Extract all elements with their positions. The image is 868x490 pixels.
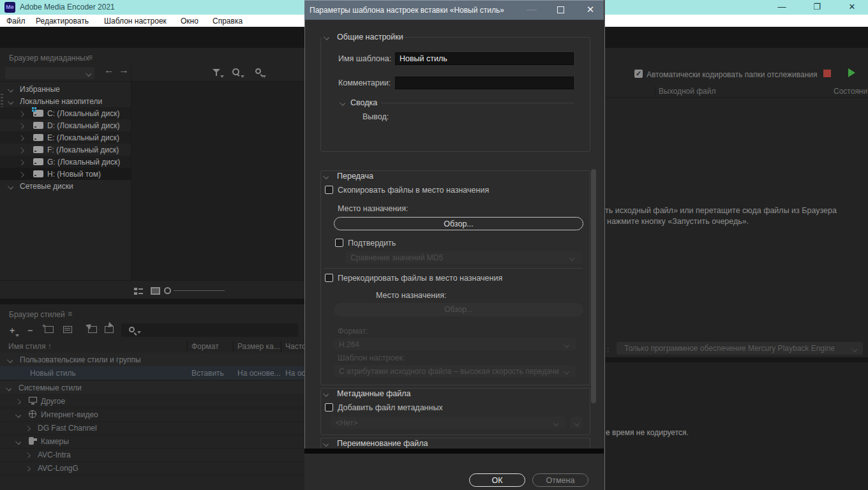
- tree-chevron-icon[interactable]: [19, 111, 24, 115]
- preset-row[interactable]: DG Fast Channel: [0, 421, 304, 434]
- preset-search-field[interactable]: [121, 323, 298, 337]
- thumbnail-view-icon[interactable]: [151, 287, 160, 295]
- row-chevron-icon[interactable]: [16, 399, 20, 403]
- list-view-icon[interactable]: [134, 288, 143, 295]
- summary-header: Сводка: [350, 98, 377, 107]
- menu-1[interactable]: Редактировать: [36, 17, 89, 26]
- preset-column-header[interactable]: Часто: [285, 342, 306, 351]
- verify-checkbox[interactable]: [335, 239, 343, 247]
- verify-label: Подтвердить: [348, 239, 396, 248]
- preset-settings-button[interactable]: [63, 326, 72, 333]
- row-chevron-icon[interactable]: [26, 466, 30, 470]
- dialog-close-button[interactable]: ✕: [578, 0, 603, 20]
- preset-column-header[interactable]: Формат: [191, 342, 219, 351]
- cancel-button[interactable]: Отмена: [532, 473, 588, 487]
- transfer-collapse-icon[interactable]: [324, 174, 328, 178]
- tree-chevron-icon[interactable]: [8, 99, 13, 103]
- preset-row-label: AVC-LongG: [38, 464, 79, 473]
- destination2-label: Место назначения:: [376, 291, 446, 300]
- tree-row[interactable]: Сетевые диски: [0, 180, 131, 192]
- tree-chevron-icon[interactable]: [19, 123, 24, 128]
- tree-row[interactable]: E: (Локальный диск): [0, 131, 131, 144]
- comments-label: Комментарии:: [338, 78, 391, 87]
- back-arrow-icon[interactable]: ←: [104, 64, 114, 76]
- monitor-icon: [29, 397, 37, 403]
- preset-browser-menu-icon[interactable]: ≡: [68, 309, 72, 318]
- copy-files-checkbox[interactable]: [325, 186, 333, 194]
- row-chevron-icon[interactable]: [26, 452, 30, 457]
- comments-input[interactable]: [395, 77, 574, 89]
- preset-row[interactable]: Новый стильВставитьНа основе...На ос: [0, 366, 304, 380]
- media-browser-menu-icon[interactable]: ≡: [88, 53, 93, 62]
- stop-queue-button[interactable]: [823, 70, 831, 77]
- zoom-slider-knob[interactable]: [164, 287, 171, 294]
- ok-button[interactable]: ОК: [469, 473, 525, 487]
- preset-row[interactable]: Системные стили: [0, 381, 304, 394]
- preset-row[interactable]: AVC-LongG: [0, 461, 304, 475]
- preset-search-chevron-icon: [137, 331, 141, 334]
- tree-chevron-icon[interactable]: [8, 87, 13, 91]
- preset-row[interactable]: Камеры: [0, 434, 304, 448]
- row-chevron-icon[interactable]: [8, 357, 12, 362]
- general-collapse-icon[interactable]: [324, 34, 329, 39]
- dialog-minimize-button[interactable]: —: [519, 0, 544, 20]
- tree-row[interactable]: C: (Локальный диск): [0, 107, 131, 119]
- tree-row[interactable]: Избранные: [0, 83, 131, 95]
- menu-2[interactable]: Шаблон настроек: [104, 17, 167, 26]
- drive-icon: [33, 158, 43, 165]
- window-maximize-button[interactable]: ❐: [806, 0, 828, 15]
- tree-row[interactable]: F: (Локальный диск): [0, 144, 131, 156]
- auto-encode-checkbox[interactable]: ✓: [634, 70, 643, 78]
- new-group-button[interactable]: [45, 326, 54, 333]
- renderer-dropdown[interactable]: Только программное обеспечение Mercury P…: [617, 342, 863, 355]
- tree-chevron-icon[interactable]: [8, 184, 13, 188]
- import-preset-button[interactable]: [88, 326, 97, 333]
- search-icon[interactable]: [255, 68, 261, 74]
- add-preset-button[interactable]: +: [10, 325, 15, 336]
- zoom-slider-track: [174, 290, 225, 291]
- remove-preset-button[interactable]: −: [27, 325, 33, 336]
- transfer-header: Передача: [337, 172, 373, 181]
- dialog-scrollbar[interactable]: [591, 169, 596, 403]
- file-type-filter-icon[interactable]: [232, 68, 239, 75]
- menu-3[interactable]: Окно: [181, 17, 198, 26]
- preset-column-header[interactable]: Имя стиля ↑: [8, 342, 52, 351]
- tree-row[interactable]: H: (Новый том): [0, 168, 131, 180]
- rename-collapse-icon[interactable]: [324, 441, 328, 445]
- forward-arrow-icon[interactable]: →: [119, 64, 129, 76]
- tree-row[interactable]: D: (Локальный диск): [0, 119, 131, 131]
- menu-0[interactable]: Файл: [6, 17, 26, 26]
- tree-chevron-icon[interactable]: [19, 172, 24, 176]
- metadata-collapse-icon[interactable]: [324, 391, 328, 396]
- add-metadata-checkbox[interactable]: [325, 403, 333, 412]
- tree-chevron-icon[interactable]: [19, 160, 24, 164]
- row-chevron-icon[interactable]: [16, 439, 20, 443]
- summary-collapse-icon[interactable]: [340, 100, 345, 105]
- browse-button[interactable]: Обзор...: [334, 217, 583, 230]
- window-close-button[interactable]: ✕: [841, 0, 863, 15]
- format-dropdown: H.264: [334, 338, 576, 350]
- preset-row[interactable]: Интернет-видео: [0, 408, 304, 421]
- menu-4[interactable]: Справка: [213, 17, 243, 26]
- transcode-checkbox[interactable]: [325, 274, 333, 282]
- dialog-maximize-button[interactable]: [557, 6, 564, 13]
- row-chevron-icon[interactable]: [26, 426, 30, 430]
- window-minimize-button[interactable]: —: [771, 0, 793, 15]
- row-chevron-icon[interactable]: [6, 385, 11, 390]
- export-preset-button[interactable]: [105, 326, 114, 333]
- preset-column-header[interactable]: Размер ка...: [237, 342, 280, 351]
- tree-row[interactable]: G: (Локальный диск): [0, 156, 131, 168]
- tree-chevron-icon[interactable]: [19, 135, 24, 140]
- preset-row[interactable]: Другое: [0, 394, 304, 408]
- preset-row[interactable]: Пользовательские стили и группы: [0, 353, 304, 366]
- media-browser-path-dropdown[interactable]: [5, 67, 94, 79]
- metadata-dropdown: <Нет>: [331, 417, 565, 429]
- preset-row[interactable]: AVC-Intra: [0, 448, 304, 461]
- app-title: Adobe Media Encoder 2021: [20, 3, 115, 11]
- name-input[interactable]: Новый стиль: [395, 52, 574, 65]
- start-queue-button[interactable]: [848, 68, 855, 77]
- tree-row[interactable]: Локальные накопители: [0, 95, 131, 107]
- row-chevron-icon[interactable]: [16, 412, 20, 417]
- add-metadata-label: Добавить файл метаданных: [338, 403, 443, 412]
- tree-chevron-icon[interactable]: [19, 147, 24, 152]
